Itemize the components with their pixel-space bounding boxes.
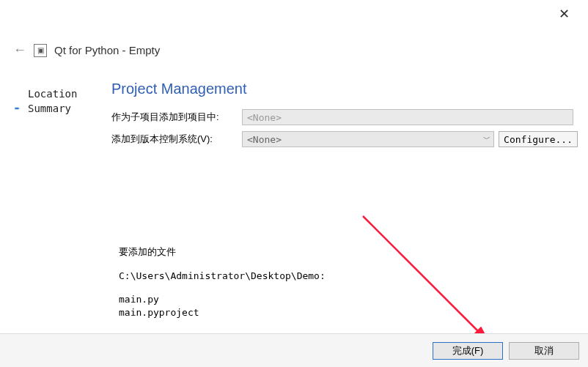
vcs-dropdown[interactable]: <None> ﹀ — [242, 131, 494, 147]
step-marker-active-icon: ➨ — [15, 103, 25, 114]
subproject-dropdown: <None> — [242, 109, 573, 125]
window-title: Qt for Python - Empty — [54, 44, 160, 56]
files-path: C:\Users\Administrator\Desktop\Demo: — [119, 270, 326, 281]
header: ← ▣ Qt for Python - Empty — [13, 42, 160, 58]
back-arrow-icon[interactable]: ← — [13, 42, 26, 58]
wizard-sidebar: Location ➨ Summary — [15, 86, 103, 116]
chevron-down-icon: ﹀ — [483, 134, 490, 144]
sidebar-item-summary[interactable]: ➨ Summary — [15, 101, 103, 116]
files-section: 要添加的文件 C:\Users\Administrator\Desktop\De… — [119, 245, 326, 319]
annotation-arrow-icon — [359, 212, 506, 352]
main-content: Project Management 作为子项目添加到项目中: <None> 添… — [111, 81, 578, 153]
files-heading: 要添加的文件 — [119, 245, 326, 259]
subproject-value: <None> — [247, 112, 282, 123]
close-icon[interactable]: ✕ — [553, 6, 575, 22]
sidebar-label: Location — [28, 88, 77, 100]
vcs-row: 添加到版本控制系统(V): <None> ﹀ Configure... — [111, 131, 578, 147]
vcs-label: 添加到版本控制系统(V): — [111, 133, 242, 146]
files-list: main.py main.pyproject — [119, 293, 326, 319]
svg-line-1 — [363, 216, 488, 341]
footer-bar: 完成(F) 取消 — [0, 333, 588, 367]
finish-button[interactable]: 完成(F) — [433, 342, 503, 360]
qt-icon: ▣ — [34, 44, 47, 57]
page-title: Project Management — [111, 81, 578, 97]
file-entry: main.py — [119, 293, 326, 306]
vcs-value: <None> — [247, 134, 282, 145]
subproject-row: 作为子项目添加到项目中: <None> — [111, 109, 578, 125]
file-entry: main.pyproject — [119, 306, 326, 319]
sidebar-item-location[interactable]: Location — [15, 86, 103, 101]
sidebar-label: Summary — [28, 103, 71, 114]
cancel-button[interactable]: 取消 — [509, 342, 579, 360]
subproject-label: 作为子项目添加到项目中: — [111, 111, 242, 124]
configure-button[interactable]: Configure... — [499, 131, 578, 147]
